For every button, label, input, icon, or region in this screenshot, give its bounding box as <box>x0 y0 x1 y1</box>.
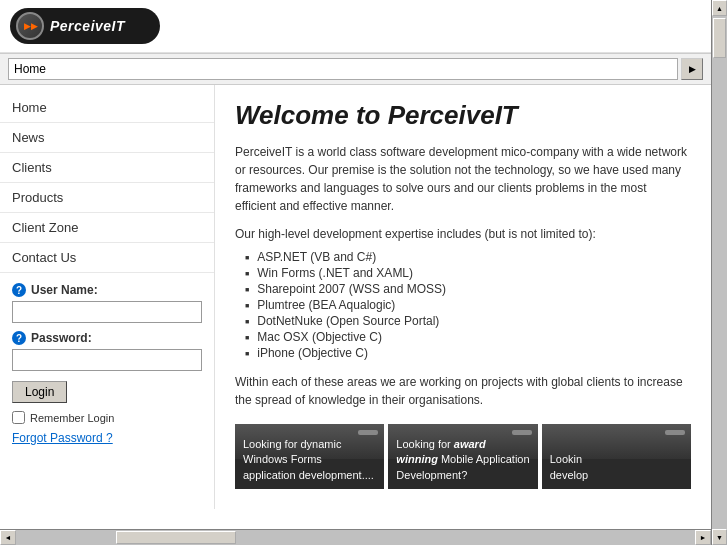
promo-card-text-2: Looking for award winning Mobile Applica… <box>396 437 529 483</box>
header: PerceiveIT <box>0 0 711 53</box>
address-input[interactable] <box>8 58 678 80</box>
login-section: ? User Name: ? Password: Login Remember … <box>0 273 214 450</box>
content-area: Home News Clients Products Client Zone C… <box>0 85 711 509</box>
username-label: ? User Name: <box>12 283 202 297</box>
expertise-list: ASP.NET (VB and C#) Win Forms (.NET and … <box>245 249 691 361</box>
expertise-intro: Our high-level development expertise inc… <box>235 227 691 241</box>
list-item: Sharepoint 2007 (WSS and MOSS) <box>245 281 691 297</box>
list-item: Mac OSX (Objective C) <box>245 329 691 345</box>
intro-text: PerceiveIT is a world class software dev… <box>235 143 691 215</box>
scroll-up-arrow[interactable]: ▲ <box>712 0 727 16</box>
list-item: iPhone (Objective C) <box>245 345 691 361</box>
promo-cards: Looking for dynamic Windows Forms applic… <box>235 424 691 489</box>
sidebar-item-news[interactable]: News <box>0 123 214 153</box>
sidebar-item-contact-us[interactable]: Contact Us <box>0 243 214 273</box>
username-help-icon[interactable]: ? <box>12 283 26 297</box>
promo-card-bar-1 <box>358 430 378 435</box>
promo-card-1[interactable]: Looking for dynamic Windows Forms applic… <box>235 424 384 489</box>
logo-text: PerceiveIT <box>50 18 125 34</box>
sidebar-item-clients[interactable]: Clients <box>0 153 214 183</box>
remember-login-label[interactable]: Remember Login <box>12 411 202 424</box>
list-item: ASP.NET (VB and C#) <box>245 249 691 265</box>
promo-card-bar-3 <box>665 430 685 435</box>
promo-card-2[interactable]: Looking for award winning Mobile Applica… <box>388 424 537 489</box>
scroll-thumb-bottom[interactable] <box>116 531 236 544</box>
list-item: Plumtree (BEA Aqualogic) <box>245 297 691 313</box>
list-item: Win Forms (.NET and XAML) <box>245 265 691 281</box>
remember-login-checkbox[interactable] <box>12 411 25 424</box>
page-title: Welcome to PerceiveIT <box>235 100 691 131</box>
promo-card-bar-2 <box>512 430 532 435</box>
password-input[interactable] <box>12 349 202 371</box>
scrollbar-bottom: ◄ ► <box>0 529 711 545</box>
sidebar-item-client-zone[interactable]: Client Zone <box>0 213 214 243</box>
forgot-password-link[interactable]: Forgot Password ? <box>12 431 113 445</box>
login-button[interactable]: Login <box>12 381 67 403</box>
sidebar-item-home[interactable]: Home <box>0 93 214 123</box>
promo-card-text-1: Looking for dynamic Windows Forms applic… <box>243 437 376 483</box>
closing-text: Within each of these areas we are workin… <box>235 373 691 409</box>
scroll-down-arrow[interactable]: ▼ <box>712 529 727 545</box>
list-item: DotNetNuke (Open Source Portal) <box>245 313 691 329</box>
scroll-track-right <box>712 16 727 529</box>
username-input[interactable] <box>12 301 202 323</box>
password-help-icon[interactable]: ? <box>12 331 26 345</box>
sidebar: Home News Clients Products Client Zone C… <box>0 85 215 509</box>
scroll-left-arrow[interactable]: ◄ <box>0 530 16 545</box>
password-label: ? Password: <box>12 331 202 345</box>
scroll-track-bottom <box>16 530 695 545</box>
main-content: Welcome to PerceiveIT PerceiveIT is a wo… <box>215 85 711 509</box>
sidebar-item-products[interactable]: Products <box>0 183 214 213</box>
scroll-right-arrow[interactable]: ► <box>695 530 711 545</box>
logo-play-icon <box>16 12 44 40</box>
address-go-button[interactable]: ▶ <box>681 58 703 80</box>
promo-card-3[interactable]: Lookindevelop <box>542 424 691 489</box>
scroll-thumb-right[interactable] <box>713 18 726 58</box>
address-bar: ▶ <box>0 53 711 85</box>
promo-card-text-3: Lookindevelop <box>550 452 683 483</box>
logo: PerceiveIT <box>10 8 160 44</box>
scrollbar-right: ▲ ▼ <box>711 0 727 545</box>
